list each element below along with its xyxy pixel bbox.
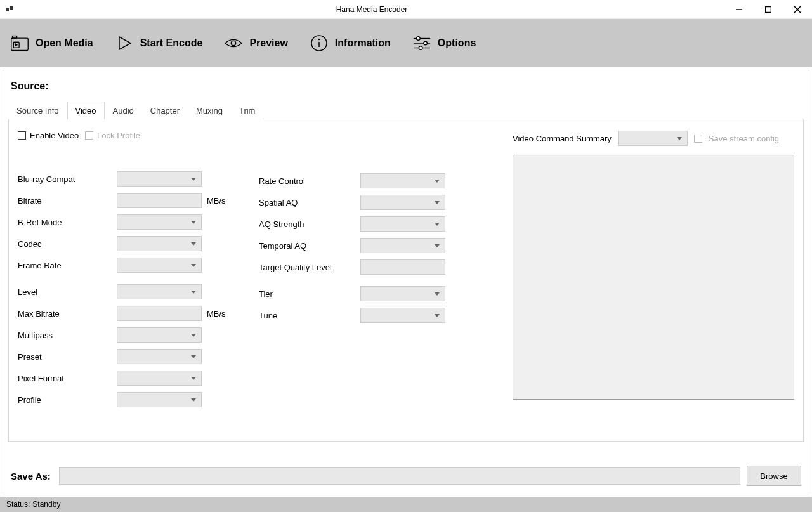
temporal-aq-select[interactable] [360,238,445,253]
source-label: Source: [8,81,804,92]
lock-profile-checkbox[interactable] [85,131,93,140]
aq-strength-select[interactable] [360,216,445,232]
preview-button[interactable]: Preview [219,30,292,56]
start-encode-label: Start Encode [140,37,203,49]
window-title: Hana Media Encoder [19,5,724,14]
save-as-label: Save As: [11,471,53,482]
maximize-button[interactable] [754,0,783,19]
bitrate-input[interactable] [117,193,202,208]
information-label: Information [335,37,391,49]
tab-chapter[interactable]: Chapter [142,102,188,119]
blu-ray-compat-select[interactable] [117,171,202,187]
svg-rect-3 [766,6,771,12]
level-select[interactable] [117,284,202,299]
multipass-label: Multipass [18,331,117,340]
max-bitrate-label: Max Bitrate [18,309,117,318]
level-label: Level [18,287,117,297]
preview-label: Preview [249,37,287,49]
svg-marker-10 [119,37,131,49]
blu-ray-compat-label: Blu-ray Compat [18,174,117,184]
tier-label: Tier [259,289,360,299]
frame-rate-select[interactable] [117,258,202,273]
tier-select[interactable] [360,286,445,301]
max-bitrate-unit: MB/s [207,309,226,318]
profile-label: Profile [18,395,117,405]
codec-select[interactable] [117,236,202,251]
open-media-button[interactable]: Open Media [5,30,98,56]
info-icon [310,34,329,53]
tab-video[interactable]: Video [67,102,105,119]
video-command-summary-select[interactable] [618,131,688,146]
play-icon [115,34,134,53]
svg-point-13 [318,39,320,40]
pixel-format-label: Pixel Format [18,374,117,383]
options-button[interactable]: Options [407,30,481,56]
video-tab-content: Enable Video Lock Profile Blu-ray Compat… [8,119,804,442]
tab-trim[interactable]: Trim [231,102,264,119]
options-label: Options [438,37,476,49]
save-stream-config-label: Save stream config [709,134,779,143]
app-icon [0,5,19,14]
svg-point-11 [232,41,237,46]
bitrate-label: Bitrate [18,196,117,206]
b-ref-mode-label: B-Ref Mode [18,218,117,227]
svg-point-18 [424,41,428,45]
tune-label: Tune [259,311,360,320]
status-bar: Status: Standby [0,497,812,512]
start-encode-button[interactable]: Start Encode [110,30,208,56]
lock-profile-label: Lock Profile [97,131,140,140]
enable-video-label: Enable Video [30,131,79,140]
spatial-aq-label: Spatial AQ [259,198,360,207]
title-bar: Hana Media Encoder [0,0,812,19]
spatial-aq-select[interactable] [360,195,445,210]
status-value: Standby [32,500,60,509]
tab-strip: Source Info Video Audio Chapter Muxing T… [8,101,804,119]
svg-rect-0 [6,8,9,11]
max-bitrate-input[interactable] [117,306,202,321]
tune-select[interactable] [360,308,445,323]
information-button[interactable]: Information [304,30,396,56]
save-stream-config-checkbox[interactable] [694,135,702,143]
video-command-summary-label: Video Command Summary [513,134,612,143]
temporal-aq-label: Temporal AQ [259,241,360,251]
eye-icon [224,34,243,53]
frame-rate-label: Frame Rate [18,261,117,270]
close-button[interactable] [783,0,812,19]
aq-strength-label: AQ Strength [259,220,360,229]
svg-marker-9 [15,43,18,46]
main-panel: Source: Source Info Video Audio Chapter … [3,70,809,494]
preset-label: Preset [18,352,117,362]
bitrate-unit: MB/s [207,196,226,206]
tab-source-info[interactable]: Source Info [8,102,67,119]
video-command-summary-textarea[interactable] [513,155,794,400]
rate-control-label: Rate Control [259,176,360,186]
svg-rect-7 [13,36,17,39]
svg-point-20 [419,46,422,50]
tab-audio[interactable]: Audio [105,102,142,119]
enable-video-checkbox[interactable] [18,131,26,140]
pixel-format-select[interactable] [117,371,202,386]
multipass-select[interactable] [117,327,202,343]
minimize-button[interactable] [724,0,754,19]
target-quality-level-label: Target Quality Level [259,263,360,272]
save-as-input[interactable] [59,467,740,485]
b-ref-mode-select[interactable] [117,214,202,230]
svg-point-16 [416,37,420,41]
preset-select[interactable] [117,349,202,364]
open-media-label: Open Media [36,37,93,49]
profile-select[interactable] [117,392,202,407]
target-quality-level-input[interactable] [360,259,445,275]
svg-rect-1 [10,6,13,10]
status-label: Status: [6,500,30,509]
rate-control-select[interactable] [360,173,445,188]
main-toolbar: Open Media Start Encode Preview Informat… [0,19,812,67]
codec-label: Codec [18,239,117,249]
open-media-icon [10,34,29,53]
sliders-icon [412,34,431,53]
browse-button[interactable]: Browse [747,466,801,486]
tab-muxing[interactable]: Muxing [188,102,231,119]
